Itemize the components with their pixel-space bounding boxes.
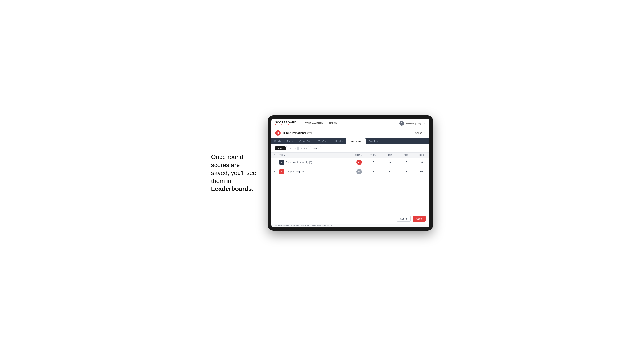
url-text: https://stage-blue-coach.stagescoreboard… bbox=[275, 224, 332, 226]
leaderboard-table: # TEAM TOTAL THRU RD1 RD2 RD3 1 bbox=[271, 153, 430, 176]
tab-tee-groups[interactable]: Tee Groups bbox=[315, 138, 332, 144]
score-badge-1: -5 bbox=[356, 160, 362, 165]
nav-links: TOURNAMENTS TEAMS bbox=[302, 119, 340, 128]
rd1-1: -4 bbox=[382, 158, 398, 167]
rd2-1: +5 bbox=[398, 158, 414, 167]
filter-scores[interactable]: Scores bbox=[298, 146, 309, 150]
filter-strokes[interactable]: Strokes bbox=[310, 146, 321, 150]
nav-tournaments[interactable]: TOURNAMENTS bbox=[302, 119, 326, 128]
sign-out-link[interactable]: Sign out bbox=[418, 122, 426, 125]
empty-space bbox=[271, 191, 430, 214]
filter-teams[interactable]: Teams bbox=[275, 146, 286, 150]
score-badge-2: +3 bbox=[356, 169, 362, 174]
nav-right: S Test User | Sign out bbox=[399, 121, 426, 126]
cancel-button-header[interactable]: Cancel ✕ bbox=[415, 132, 426, 134]
description-line5: Leaderboards bbox=[211, 185, 252, 192]
description-line4: them in bbox=[211, 177, 231, 184]
rd2-2: -8 bbox=[398, 167, 414, 176]
rank-1: 1 bbox=[271, 158, 277, 167]
logo-sub: Powered by clippd bbox=[275, 124, 296, 126]
leaderboard-table-container: # TEAM TOTAL THRU RD1 RD2 RD3 1 bbox=[271, 153, 430, 191]
save-button[interactable]: Save bbox=[412, 216, 426, 222]
nav-teams[interactable]: TEAMS bbox=[326, 119, 340, 128]
total-1: -5 bbox=[344, 158, 364, 167]
team-cell-1: SU Scoreboard University [A] bbox=[280, 160, 342, 165]
user-name: Test User | bbox=[406, 122, 416, 125]
team-2: C Clippd College [A] bbox=[277, 167, 344, 176]
cancel-button[interactable]: Cancel bbox=[397, 216, 410, 222]
col-rank: # bbox=[271, 153, 277, 158]
description-line1: Once round bbox=[211, 154, 243, 160]
description-line2: scores are bbox=[211, 162, 240, 169]
col-team: TEAM bbox=[277, 153, 344, 158]
tournament-type: (Men) bbox=[307, 132, 313, 134]
description-line3: saved, you'll see bbox=[211, 169, 256, 176]
table-header: # TEAM TOTAL THRU RD1 RD2 RD3 bbox=[271, 153, 430, 158]
tournament-name: Clippd Invitational bbox=[283, 131, 306, 135]
col-total: TOTAL bbox=[344, 153, 364, 158]
col-rd1: RD1 bbox=[382, 153, 398, 158]
rd3-2: +3 bbox=[414, 167, 429, 176]
page-wrapper: Once round scores are saved, you'll see … bbox=[8, 115, 636, 231]
team-cell-2: C Clippd College [A] bbox=[280, 169, 342, 174]
rd3-1: -6 bbox=[414, 158, 429, 167]
tablet-screen: SCOREBOARD Powered by clippd TOURNAMENTS… bbox=[271, 119, 430, 227]
tab-teams[interactable]: Teams bbox=[284, 138, 296, 144]
rank-2: 2 bbox=[271, 167, 277, 176]
footer-bar: Cancel Save bbox=[271, 214, 430, 224]
filter-players[interactable]: Players bbox=[286, 146, 298, 150]
tournament-header: C Clippd Invitational (Men) Cancel ✕ bbox=[271, 128, 430, 138]
tab-results[interactable]: Results bbox=[332, 138, 346, 144]
thru-2: F bbox=[364, 167, 382, 176]
thru-1: F bbox=[364, 158, 382, 167]
table-row: 1 SU Scoreboard University [A] -5 F bbox=[271, 158, 430, 167]
tournament-icon: C bbox=[275, 130, 280, 136]
tab-course-setup[interactable]: Course Setup bbox=[296, 138, 315, 144]
top-navigation: SCOREBOARD Powered by clippd TOURNAMENTS… bbox=[271, 119, 430, 128]
tab-printables[interactable]: Printables bbox=[366, 138, 381, 144]
filter-bar: Teams Players Scores Strokes bbox=[271, 144, 430, 153]
tablet-device: SCOREBOARD Powered by clippd TOURNAMENTS… bbox=[268, 115, 433, 231]
logo-area: SCOREBOARD Powered by clippd bbox=[275, 121, 296, 126]
col-rd2: RD2 bbox=[398, 153, 414, 158]
team-name-1: Scoreboard University [A] bbox=[286, 161, 312, 164]
col-rd3: RD3 bbox=[414, 153, 429, 158]
table-row: 2 C Clippd College [A] +3 F bbox=[271, 167, 430, 176]
rd1-2: +8 bbox=[382, 167, 398, 176]
tab-leaderboards[interactable]: Leaderboards bbox=[346, 138, 366, 144]
user-avatar: S bbox=[399, 121, 404, 126]
team-name-2: Clippd College [A] bbox=[286, 170, 304, 173]
url-bar: https://stage-blue-coach.stagescoreboard… bbox=[271, 224, 430, 227]
team-logo-2: C bbox=[280, 169, 284, 174]
col-thru: THRU bbox=[364, 153, 382, 158]
logo-text: SCOREBOARD bbox=[275, 121, 296, 124]
left-description: Once round scores are saved, you'll see … bbox=[211, 153, 256, 193]
total-2: +3 bbox=[344, 167, 364, 176]
team-logo-1: SU bbox=[280, 160, 284, 165]
tab-navigation: Details Teams Course Setup Tee Groups Re… bbox=[271, 138, 430, 144]
tab-details[interactable]: Details bbox=[271, 138, 284, 144]
table-body: 1 SU Scoreboard University [A] -5 F bbox=[271, 158, 430, 176]
team-1: SU Scoreboard University [A] bbox=[277, 158, 344, 167]
